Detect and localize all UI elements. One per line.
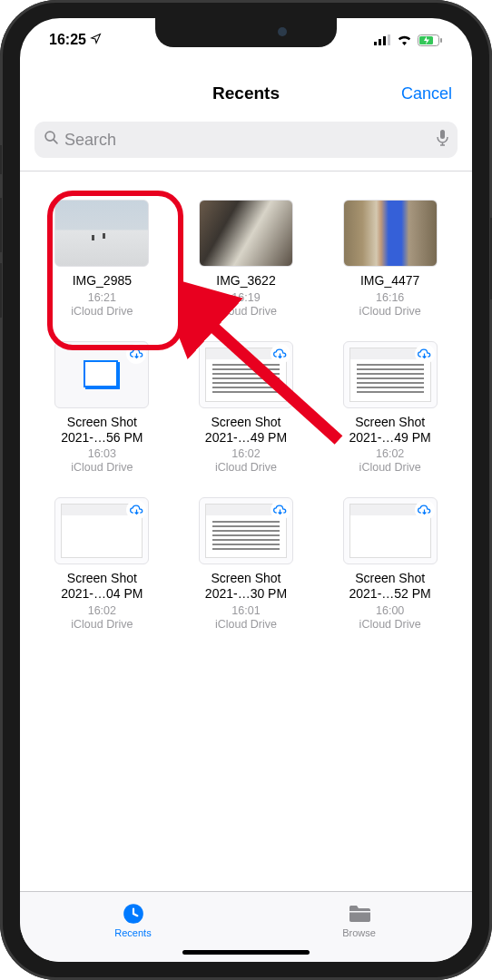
- wifi-icon: [397, 34, 412, 45]
- file-item[interactable]: IMG_362216:19iCloud Drive: [181, 200, 312, 334]
- file-time: 16:02: [231, 447, 260, 460]
- cancel-button[interactable]: Cancel: [401, 83, 452, 103]
- divider: [20, 171, 472, 172]
- file-time: 16:00: [376, 604, 404, 617]
- file-name: Screen Shot 2021-…52 PM: [331, 571, 449, 602]
- svg-rect-6: [440, 38, 442, 43]
- file-item[interactable]: IMG_447716:16iCloud Drive: [324, 200, 456, 334]
- volume-up: [0, 198, 2, 252]
- svg-rect-0: [374, 42, 377, 45]
- file-time: 16:19: [231, 291, 260, 304]
- file-time: 16:16: [376, 291, 404, 304]
- file-location: iCloud Drive: [215, 305, 277, 318]
- file-thumbnail: [199, 341, 293, 408]
- file-time: 16:02: [376, 447, 404, 460]
- screen: 16:25 Recents Cancel: [20, 18, 472, 962]
- file-item[interactable]: Screen Shot 2021-…49 PM16:02iCloud Drive: [181, 341, 312, 491]
- cloud-download-icon: [415, 500, 435, 520]
- file-location: iCloud Drive: [359, 461, 421, 474]
- clock-icon: [122, 902, 145, 926]
- file-thumbnail: [199, 497, 293, 564]
- home-indicator[interactable]: [182, 950, 310, 955]
- file-location: iCloud Drive: [359, 305, 421, 318]
- location-arrow-icon: [90, 33, 102, 47]
- tab-recents-label: Recents: [114, 927, 151, 938]
- file-name: Screen Shot 2021-…04 PM: [43, 571, 161, 602]
- file-name: Screen Shot 2021-…49 PM: [187, 415, 305, 446]
- svg-rect-13: [349, 911, 370, 913]
- search-icon: [44, 130, 59, 150]
- file-location: iCloud Drive: [71, 461, 133, 474]
- file-name: Screen Shot 2021-…30 PM: [187, 571, 305, 602]
- file-item[interactable]: Screen Shot 2021-…30 PM16:01iCloud Drive: [181, 497, 312, 647]
- status-bar: 16:25: [20, 18, 472, 62]
- cloud-download-icon: [126, 344, 146, 364]
- file-time: 16:03: [88, 447, 116, 460]
- file-name: IMG_3622: [216, 273, 275, 289]
- file-location: iCloud Drive: [215, 461, 277, 474]
- file-thumbnail: [54, 341, 149, 408]
- file-item[interactable]: Screen Shot 2021-…49 PM16:02iCloud Drive: [324, 341, 456, 491]
- file-time: 16:02: [88, 604, 116, 617]
- file-thumbnail: [54, 497, 149, 564]
- svg-rect-9: [440, 130, 445, 139]
- page-title: Recents: [212, 83, 280, 103]
- volume-down: [0, 263, 2, 318]
- file-name: IMG_2985: [73, 273, 132, 289]
- file-grid: IMG_298516:21iCloud DriveIMG_362216:19iC…: [20, 200, 472, 906]
- tab-browse[interactable]: Browse: [246, 892, 472, 947]
- silence-switch: [0, 145, 2, 174]
- cloud-download-icon: [271, 500, 290, 520]
- cloud-download-icon: [415, 344, 435, 364]
- file-item[interactable]: Screen Shot 2021-…52 PM16:00iCloud Drive: [324, 497, 456, 647]
- svg-rect-1: [379, 39, 381, 45]
- file-name: Screen Shot 2021-…49 PM: [331, 415, 449, 446]
- phone-frame: 16:25 Recents Cancel: [0, 0, 492, 980]
- file-location: iCloud Drive: [215, 618, 277, 631]
- tab-recents[interactable]: Recents: [20, 892, 246, 947]
- file-name: IMG_4477: [360, 273, 419, 289]
- nav-header: Recents Cancel: [20, 69, 472, 118]
- svg-line-8: [54, 140, 57, 143]
- search-bar[interactable]: [34, 122, 458, 158]
- file-location: iCloud Drive: [71, 305, 133, 318]
- file-item[interactable]: Screen Shot 2021-…04 PM16:02iCloud Drive: [36, 497, 168, 647]
- file-location: iCloud Drive: [359, 618, 421, 631]
- file-item[interactable]: Screen Shot 2021-…56 PM16:03iCloud Drive: [36, 341, 168, 491]
- cloud-download-icon: [271, 344, 290, 364]
- file-thumbnail: [54, 200, 149, 267]
- file-name: Screen Shot 2021-…56 PM: [43, 415, 161, 446]
- mic-icon[interactable]: [437, 130, 448, 150]
- file-time: 16:01: [231, 604, 260, 617]
- file-thumbnail: [343, 497, 438, 564]
- tab-bar: Recents Browse: [20, 891, 472, 962]
- battery-icon: [418, 34, 443, 46]
- signal-icon: [374, 34, 391, 45]
- file-thumbnail: [199, 200, 293, 267]
- svg-rect-3: [388, 34, 390, 45]
- cloud-download-icon: [126, 500, 146, 520]
- folder-icon: [348, 902, 371, 926]
- file-thumbnail: [343, 200, 438, 267]
- search-input[interactable]: [64, 131, 437, 150]
- file-location: iCloud Drive: [71, 618, 133, 631]
- tab-browse-label: Browse: [342, 927, 376, 938]
- svg-rect-2: [383, 36, 386, 45]
- file-thumbnail: [343, 341, 438, 408]
- status-time: 16:25: [49, 32, 86, 48]
- file-item[interactable]: IMG_298516:21iCloud Drive: [36, 200, 168, 334]
- file-time: 16:21: [88, 291, 116, 304]
